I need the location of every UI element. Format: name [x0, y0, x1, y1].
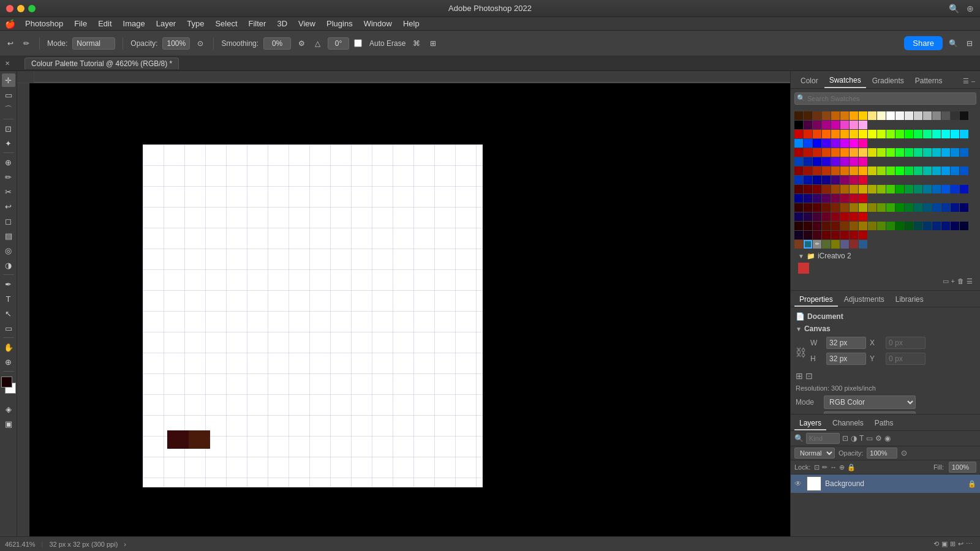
arrange-btn[interactable]: ⊟: [964, 38, 975, 49]
panel-menu-icon[interactable]: ☰: [963, 77, 969, 85]
swatch-cell[interactable]: [804, 157, 812, 166]
swatch-cell[interactable]: [932, 167, 941, 175]
swatch-cell[interactable]: [905, 185, 913, 193]
swatch-cell[interactable]: [951, 167, 959, 175]
swatch-cell[interactable]: [886, 203, 895, 212]
smoothing-input[interactable]: [263, 37, 291, 50]
swatch-cell[interactable]: [850, 222, 858, 230]
brush-icon[interactable]: ✏: [21, 38, 32, 49]
swatch-cell[interactable]: [850, 139, 858, 148]
menu-plugins[interactable]: Plugins: [322, 18, 358, 29]
lock-pixels-icon[interactable]: ⊡: [814, 463, 820, 471]
swatch-cell[interactable]: [932, 185, 941, 193]
swatch-cell[interactable]: [914, 148, 922, 157]
swatch-cell[interactable]: [813, 212, 821, 221]
swatch-cell[interactable]: [850, 157, 858, 166]
swatch-cell[interactable]: [813, 194, 821, 203]
blending-mode-dropdown[interactable]: Normal: [794, 448, 835, 459]
swatch-cell[interactable]: [960, 111, 968, 120]
swatch-cell[interactable]: [850, 231, 858, 239]
swatch-cell[interactable]: [813, 111, 821, 120]
swatch-cell[interactable]: [794, 111, 803, 120]
swatch-cell[interactable]: [914, 111, 922, 120]
lock-icon[interactable]: 🔒: [847, 463, 856, 471]
swatches-search-input[interactable]: [794, 92, 976, 105]
swatch-cell[interactable]: [804, 194, 812, 203]
new-swatch-icon[interactable]: +: [951, 277, 955, 285]
share-icon[interactable]: ⊕: [967, 4, 974, 13]
tab-adjustments[interactable]: Adjustments: [839, 293, 889, 307]
swatch-cell[interactable]: [794, 167, 803, 175]
swatch-cell[interactable]: [886, 130, 895, 138]
swatch-cell[interactable]: [895, 148, 904, 157]
history-status-icon[interactable]: ↩: [958, 540, 963, 548]
layer-visibility-icon[interactable]: 👁: [794, 479, 803, 488]
swatch-cell[interactable]: [895, 185, 904, 193]
width-input[interactable]: 32 px: [826, 337, 866, 349]
swatch-cell[interactable]: [932, 203, 941, 212]
swatch-cell[interactable]: [794, 185, 803, 193]
swatch-cell[interactable]: [822, 121, 831, 129]
swatch-cell[interactable]: [941, 185, 950, 193]
tab-properties[interactable]: Properties: [794, 293, 838, 307]
swatch-cell[interactable]: [923, 167, 932, 175]
pixel-filter-icon[interactable]: ⊡: [842, 434, 848, 443]
eraser-tool[interactable]: ◻: [2, 214, 15, 228]
document-section-header[interactable]: 📄 Document: [796, 312, 975, 321]
swatch-cell[interactable]: [941, 148, 950, 157]
swatch-cell[interactable]: [831, 111, 840, 120]
more-status-icon[interactable]: ⋯: [966, 540, 973, 548]
swatch-cell[interactable]: [859, 157, 867, 166]
swatch-cell[interactable]: [804, 148, 812, 157]
menu-photoshop[interactable]: Photoshop: [20, 18, 68, 29]
swatch-cell[interactable]: [923, 130, 932, 138]
sync-icon[interactable]: ⟲: [933, 540, 939, 548]
swatch-cell[interactable]: [804, 130, 812, 138]
healing-tool[interactable]: ⊕: [2, 156, 15, 169]
arrange-status-icon[interactable]: ⊞: [950, 540, 956, 548]
swatch-cell[interactable]: [951, 185, 959, 193]
swatch-cell[interactable]: [813, 148, 821, 157]
swatch-cell[interactable]: [905, 167, 913, 175]
swatch-cell[interactable]: [794, 231, 803, 239]
swatch-cell-special[interactable]: ✏: [813, 240, 821, 249]
swatch-cell[interactable]: [804, 139, 812, 148]
swatch-cell[interactable]: [813, 139, 821, 148]
menu-file[interactable]: File: [69, 18, 92, 29]
swatch-cell-special[interactable]: [859, 240, 867, 249]
icreatvo-header[interactable]: ▼ 📁 iCreatvo 2: [798, 252, 973, 260]
layer-item-background[interactable]: 👁 Background 🔒: [791, 474, 980, 493]
swatch-cell[interactable]: [951, 148, 959, 157]
opacity-input[interactable]: 100%: [162, 37, 190, 50]
swatch-cell[interactable]: [822, 203, 831, 212]
swatch-cell[interactable]: [831, 185, 840, 193]
swatch-cell[interactable]: [886, 111, 895, 120]
swatch-cell[interactable]: [914, 185, 922, 193]
swatch-cell[interactable]: [804, 111, 812, 120]
swatch-cell[interactable]: [923, 148, 932, 157]
lock-artboard-icon[interactable]: ↔: [830, 463, 837, 471]
canvas-document[interactable]: [143, 144, 483, 487]
swatch-cell[interactable]: [850, 148, 858, 157]
swatch-cell[interactable]: [831, 231, 840, 239]
swatch-cell[interactable]: [813, 222, 821, 230]
swatch-cell[interactable]: [813, 231, 821, 239]
swatch-cell[interactable]: [960, 167, 968, 175]
angle-icon[interactable]: △: [312, 38, 323, 49]
swatch-cell[interactable]: [886, 148, 895, 157]
auto-erase-checkbox[interactable]: [354, 39, 362, 47]
move-tool[interactable]: ✛: [2, 73, 15, 87]
symmetry-icon[interactable]: ⌘: [410, 38, 423, 49]
swatch-cell[interactable]: [794, 139, 803, 148]
swatch-cell[interactable]: [960, 185, 968, 193]
fill-input-layers[interactable]: [949, 462, 976, 473]
swatch-cell[interactable]: [877, 111, 886, 120]
screen-mode-status-icon[interactable]: ▣: [941, 540, 948, 548]
swatch-cell[interactable]: [831, 176, 840, 184]
swatch-cell[interactable]: [822, 185, 831, 193]
swatch-cell[interactable]: [822, 212, 831, 221]
lock-position-icon[interactable]: ✏: [822, 463, 827, 471]
swatch-cell[interactable]: [850, 121, 858, 129]
swatch-cell[interactable]: [877, 222, 886, 230]
opacity-settings-icon[interactable]: ⊙: [901, 449, 907, 457]
